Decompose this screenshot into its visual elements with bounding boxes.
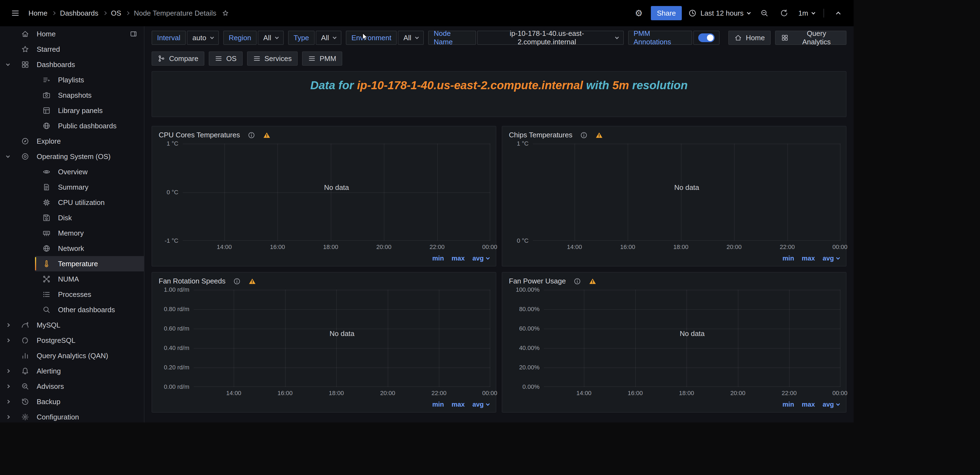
sidebar-item-home[interactable]: Home — [0, 26, 144, 41]
sidebar-item-numa[interactable]: NUMA — [35, 271, 144, 287]
legend-min[interactable]: min — [783, 255, 794, 262]
sidebar-item-processes[interactable]: Processes — [35, 287, 144, 302]
panel-title[interactable]: Fan Rotation Speeds — [159, 277, 226, 285]
warning-icon[interactable] — [263, 131, 270, 139]
sidebar-item-configuration[interactable]: Configuration — [0, 409, 144, 422]
sidebar-item-disk[interactable]: Disk — [35, 210, 144, 225]
query-analytics-button[interactable]: Query Analytics — [775, 31, 846, 45]
legend-min[interactable]: min — [783, 400, 794, 408]
sidebar-item-starred[interactable]: Starred — [0, 41, 144, 57]
sidebar-item-operating-system[interactable]: Operating System (OS) — [0, 149, 144, 164]
plot-area[interactable]: No data — [533, 143, 840, 241]
x-tick: 16:00 — [628, 390, 643, 397]
sidebar-item-explore[interactable]: Explore — [0, 134, 144, 149]
warning-icon[interactable] — [248, 277, 256, 285]
variable-environment-dropdown[interactable]: All — [398, 31, 424, 45]
legend-avg[interactable]: avg — [822, 400, 839, 408]
info-icon[interactable] — [573, 277, 581, 285]
refresh-interval-dropdown[interactable]: 1m — [796, 5, 817, 21]
chevron-down-icon — [6, 154, 10, 158]
plot-area[interactable]: No data — [183, 143, 490, 241]
x-tick: 18:00 — [673, 244, 688, 251]
legend-max[interactable]: max — [802, 400, 815, 408]
sidebar-item-alerting[interactable]: Alerting — [0, 363, 144, 379]
zoom-out-button[interactable] — [757, 5, 772, 21]
legend-avg[interactable]: avg — [822, 255, 839, 262]
chevron-down-icon — [486, 256, 490, 260]
compare-link-button[interactable]: Compare — [151, 51, 204, 66]
sidebar-item-advisors[interactable]: Advisors — [0, 379, 144, 394]
chevron-down-icon — [836, 402, 840, 406]
sidebar-item-label: Disk — [58, 214, 72, 222]
sidebar-item-query-analytics[interactable]: Query Analytics (QAN) — [0, 348, 144, 363]
y-tick: 0.40 rd/m — [164, 344, 189, 352]
sidebar-item-label: Public dashboards — [58, 122, 116, 130]
menu-button[interactable] — [8, 5, 23, 21]
legend-avg[interactable]: avg — [473, 400, 489, 408]
home-dashboard-button[interactable]: Home — [728, 31, 771, 45]
x-axis: 14:00 16:00 18:00 20:00 22:00 00:00 — [533, 241, 840, 252]
variable-interval-dropdown[interactable]: auto — [187, 31, 219, 45]
dashboard-settings-button[interactable]: ⚙ — [631, 5, 646, 21]
y-tick: 0.80 rd/m — [164, 306, 189, 313]
pmm-annotations-toggle[interactable] — [698, 33, 714, 42]
sidebar-item-playlists[interactable]: Playlists — [35, 72, 144, 88]
sidebar-item-summary[interactable]: Summary — [35, 180, 144, 195]
warning-icon[interactable] — [595, 131, 603, 139]
variable-node-name-dropdown[interactable]: ip-10-178-1-40.us-east-2.compute.interna… — [477, 31, 624, 45]
legend-max[interactable]: max — [452, 400, 465, 408]
sidebar-item-dashboards[interactable]: Dashboards — [0, 57, 144, 72]
sidebar-item-other-dashboards[interactable]: Other dashboards — [35, 302, 144, 317]
breadcrumb-os[interactable]: OS — [111, 9, 121, 18]
refresh-button[interactable] — [776, 5, 792, 21]
sidebar-item-public-dashboards[interactable]: Public dashboards — [35, 118, 144, 134]
legend-avg[interactable]: avg — [473, 255, 489, 262]
time-range-picker[interactable]: Last 12 hours — [686, 5, 752, 21]
y-tick: 0 °C — [517, 237, 528, 244]
sidebar-item-backup[interactable]: Backup — [0, 394, 144, 409]
panel-title[interactable]: Fan Power Usage — [509, 277, 566, 285]
share-button[interactable]: Share — [651, 6, 682, 20]
kiosk-toggle-button[interactable] — [830, 5, 846, 21]
favorite-star-button[interactable] — [222, 10, 229, 17]
sidebar-item-overview[interactable]: Overview — [35, 164, 144, 180]
panel-title[interactable]: CPU Cores Temperatures — [159, 131, 240, 139]
collapse-sidebar-button[interactable] — [130, 30, 144, 38]
legend-max[interactable]: max — [802, 255, 815, 262]
sidebar-item-postgresql[interactable]: PostgreSQL — [0, 333, 144, 348]
plot-area[interactable]: No data — [194, 290, 490, 387]
info-icon[interactable] — [248, 131, 255, 139]
legend-max[interactable]: max — [452, 255, 465, 262]
sidebar-item-label: Memory — [58, 229, 84, 238]
sidebar-item-cpu-utilization[interactable]: CPU utilization — [35, 195, 144, 210]
warning-icon[interactable] — [589, 277, 597, 285]
os-link-button[interactable]: OS — [209, 51, 243, 66]
sidebar-item-network[interactable]: Network — [35, 241, 144, 256]
breadcrumb-dashboards[interactable]: Dashboards — [60, 9, 98, 18]
legend-min[interactable]: min — [432, 255, 444, 262]
panel-title[interactable]: Chips Temperatures — [509, 131, 572, 139]
variable-region: Region All — [223, 31, 284, 45]
sidebar-item-library-panels[interactable]: Library panels — [35, 103, 144, 118]
button-label: OS — [226, 54, 237, 63]
sidebar-item-temperature[interactable]: Temperature — [35, 256, 144, 271]
clock-icon — [688, 9, 697, 17]
services-link-button[interactable]: Services — [247, 51, 298, 66]
info-icon[interactable] — [580, 131, 588, 139]
variable-region-dropdown[interactable]: All — [258, 31, 284, 45]
chevron-right-icon — [6, 400, 10, 403]
panels-grid: CPU Cores Temperatures 1 °C 0 °C -1 °C — [151, 126, 846, 413]
breadcrumb-home[interactable]: Home — [29, 9, 47, 18]
sidebar-item-label: Temperature — [58, 260, 98, 268]
legend-min[interactable]: min — [432, 400, 444, 408]
sidebar-item-mysql[interactable]: MySQL — [0, 317, 144, 333]
info-icon[interactable] — [233, 277, 241, 285]
sidebar-item-memory[interactable]: Memory — [35, 225, 144, 241]
variable-type-dropdown[interactable]: All — [316, 31, 342, 45]
plot-area[interactable]: No data — [544, 290, 840, 387]
pmm-link-button[interactable]: PMM — [302, 51, 342, 66]
x-tick: 20:00 — [727, 244, 742, 251]
sidebar-item-snapshots[interactable]: Snapshots — [35, 88, 144, 103]
screen: Home Dashboards OS Node Temperature Deta… — [0, 0, 980, 475]
button-label: Home — [746, 33, 765, 42]
